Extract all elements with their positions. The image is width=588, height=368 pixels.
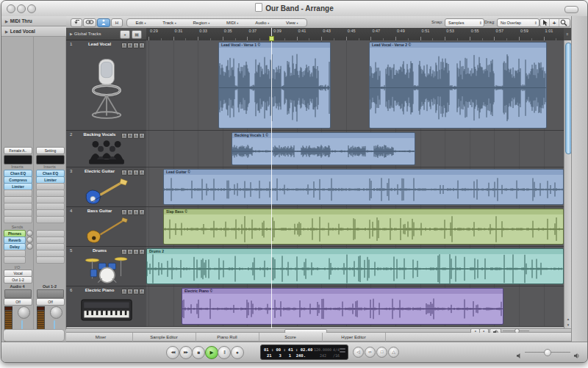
inserts-label: Inserts [34,165,65,169]
ruler-corner-button[interactable]: ≡ [564,28,571,41]
solo-button[interactable]: S [133,289,139,295]
mute-button[interactable]: M [127,133,133,139]
channel-setting-button[interactable]: Female A.. [4,147,32,154]
freeze-button[interactable]: F [139,170,145,176]
region-slap-bass-[interactable]: Slap Bass © [163,209,564,245]
track-header-electric-guitar[interactable]: 3Electric GuitarRMSF [66,167,146,207]
region-backing-vocals-1-[interactable]: Backing Vocals 1 © [232,132,415,165]
zoom-tool[interactable] [559,19,568,26]
tab-hyper-editor[interactable]: Hyper Editor [322,333,386,342]
inspector-item-lead-vocal[interactable]: ▶Lead Vocal [1,26,66,37]
metronome-button[interactable]: △ [388,347,399,358]
channel-setting-button[interactable]: Setting [36,147,65,154]
tab-mixer[interactable]: Mixer [69,333,133,342]
menu-view[interactable]: View ▾ [286,21,298,25]
region-electric-piano-[interactable]: Electric Piano © [182,288,503,325]
record-button[interactable]: ● [231,346,244,359]
cycle-button[interactable]: ◁ [353,347,364,358]
pan-display[interactable] [37,289,64,298]
pause-button[interactable]: ‖ [218,346,231,359]
region-drums-2[interactable]: Drums 2 [146,248,564,284]
pencil-tool[interactable]: + [550,19,559,26]
record-enable-button[interactable]: R [121,209,127,215]
track-header-bass-guitar[interactable]: 4Bass GuitarRMSF [66,207,146,247]
solo-button[interactable]: S [133,133,139,139]
send-level-knob[interactable] [26,237,33,243]
region-lead-vocal-verse-1-[interactable]: Lead Vocal - Verse 1 © [218,42,331,129]
solo-button[interactable]: S [133,209,139,215]
pan-knob[interactable] [18,306,30,319]
freeze-button[interactable]: F [139,43,145,48]
replace-button[interactable]: □ [376,347,387,358]
disclosure-triangle-icon[interactable]: ▶ [5,29,8,34]
mute-button[interactable]: M [127,43,133,48]
solo-button[interactable]: S [133,43,139,48]
pan-display[interactable] [4,289,32,298]
pan-knob[interactable] [50,306,62,319]
format-off-button[interactable]: Off [36,298,65,306]
stop-button[interactable]: ■ [192,346,205,359]
rewind-button[interactable]: ◀◀ [166,346,179,359]
freeze-button[interactable]: F [139,133,145,139]
tab-sample-editor[interactable]: Sample Editor [132,333,196,342]
track-header-drums[interactable]: 5DrumsRMSF [66,247,146,286]
region-lead-vocal-verse-2-[interactable]: Lead Vocal - Verse 2 © [369,42,547,129]
freeze-button[interactable]: F [139,209,145,215]
master-volume-thumb[interactable] [544,349,551,356]
record-enable-button[interactable]: R [121,170,127,176]
freeze-button[interactable]: F [139,289,145,295]
vertical-scrollbar[interactable]: ▲ ▼ [564,40,571,328]
record-enable-button[interactable]: R [121,249,127,255]
menu-edit[interactable]: Edit ▾ [135,21,146,25]
menu-region[interactable]: Region ▾ [193,21,209,25]
record-enable-button[interactable]: R [121,289,127,295]
track-header-lead-vocal[interactable]: 1Lead VocalRMSF [66,40,146,131]
toolbar-toggle-button[interactable] [564,6,578,13]
tab-score[interactable]: Score [259,333,323,342]
menu-track[interactable]: Track ▾ [162,21,176,25]
menu-audio[interactable]: Audio ▾ [255,21,269,25]
catch-playhead-button[interactable] [97,18,110,27]
timeline-ruler[interactable]: 0:290:310:330:350:370:390:410:430:450:47… [146,28,564,41]
menu-midi[interactable]: MIDI ▾ [226,21,238,25]
track-header-electric-piano[interactable]: 6Electric PianoRMSF [66,286,146,327]
forward-button[interactable]: ▶▶ [179,346,193,359]
autopunch-button[interactable]: ∞ [365,347,376,358]
mute-button[interactable]: M [127,289,133,295]
midi-mode-button[interactable]: H [111,18,123,27]
mute-button[interactable]: M [127,249,133,255]
send-slot-button[interactable] [4,256,26,264]
snap-select[interactable]: Samples⇕ [445,18,484,27]
solo-button[interactable]: S [133,249,139,255]
mute-button[interactable]: M [127,209,133,215]
insert-slot-button[interactable] [4,216,32,223]
region-lead-guitar-[interactable]: Lead Guitar © [163,169,564,205]
record-enable-button[interactable]: R [121,43,127,48]
send-level-knob[interactable] [26,243,33,250]
format-off-button[interactable]: Off [4,298,32,306]
drag-select[interactable]: No Overlap⇕ [497,18,539,27]
hierarchy-button[interactable] [71,18,82,27]
playhead-marker[interactable] [269,36,274,41]
io-output-button[interactable]: Out 1-2 [4,276,32,284]
mute-button[interactable]: M [127,170,133,176]
tab-piano-roll[interactable]: Piano Roll [196,333,259,342]
record-enable-button[interactable]: R [121,133,127,139]
snap-value: Samples [448,21,464,25]
disclosure-triangle-icon[interactable]: ▶ [70,32,73,36]
send-level-knob[interactable] [26,230,33,237]
playhead[interactable] [271,28,272,328]
global-tracks-header[interactable]: ▶Global Tracks + ▤ [66,28,146,40]
track-header-backing-vocals[interactable]: 2Backing VocalsRMSF [66,131,146,167]
link-mode-button[interactable] [83,18,96,27]
solo-button[interactable]: S [133,170,139,176]
play-button[interactable]: ▶ [205,346,218,359]
add-global-track-button[interactable]: + [120,30,130,39]
send-slot-button[interactable] [36,256,65,264]
inspector-item-midi-thru[interactable]: ▶MIDI Thru [1,16,66,26]
global-tracks-config-button[interactable]: ▤ [132,30,142,39]
disclosure-triangle-icon[interactable]: ▶ [5,19,8,24]
pointer-tool[interactable] [540,19,550,26]
freeze-button[interactable]: F [139,249,145,255]
insert-slot-button[interactable] [36,216,65,223]
